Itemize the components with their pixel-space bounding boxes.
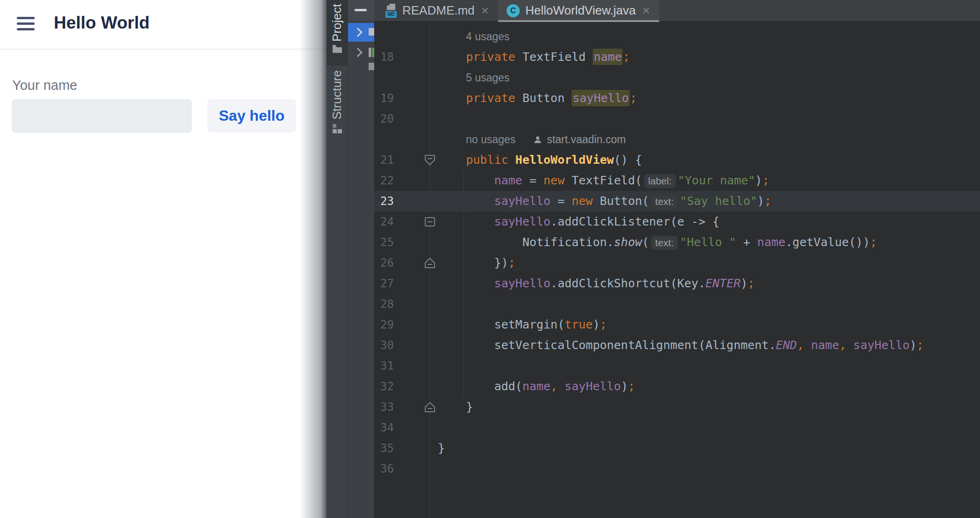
structure-tool-label: Structure — [330, 70, 344, 120]
code-line-32[interactable]: 32 add(name, sayHello); — [374, 376, 980, 397]
app-header: Hello World — [0, 0, 327, 50]
code-line-24[interactable]: 24 sayHello.addClickListener(e -> { — [374, 212, 980, 232]
line-number: 24 — [374, 212, 394, 232]
close-tab-icon[interactable]: × — [641, 4, 651, 17]
code-text: } — [438, 438, 445, 459]
code-line-36[interactable]: 36 — [374, 459, 980, 479]
code-line-34[interactable]: 34 — [374, 417, 980, 438]
project-tool-button[interactable]: Project — [327, 0, 348, 66]
folder-icon — [332, 44, 342, 53]
java-class-icon: C — [507, 4, 520, 17]
project-tree-panel — [348, 0, 374, 518]
code-line-29[interactable]: 29 setMargin(true); — [374, 314, 980, 335]
code-line-20[interactable]: 20 — [374, 109, 980, 129]
code-text: sayHello.addClickListener(e -> { — [438, 212, 719, 232]
code-line-25[interactable]: 25 Notification.show(text:"Hello " + nam… — [374, 232, 980, 253]
hamburger-bar — [17, 28, 35, 30]
fold-marker-icon[interactable] — [423, 154, 437, 166]
code-line-19[interactable]: 19 private Button sayHello; — [374, 88, 980, 109]
code-line-18[interactable]: 18 private TextField name; — [374, 47, 980, 67]
tab-readme[interactable]: MD README.md × — [377, 0, 498, 21]
line-number: 18 — [374, 47, 394, 67]
line-number: 30 — [374, 335, 394, 356]
hamburger-bar — [17, 22, 35, 25]
fold-marker-icon[interactable] — [423, 401, 437, 413]
line-number: 32 — [374, 376, 394, 397]
inlay-parameter-hint: text: — [651, 195, 678, 209]
code-text: private TextField name; — [438, 47, 630, 67]
line-number: 22 — [374, 170, 394, 191]
line-number: 19 — [374, 88, 394, 109]
code-text: name = new TextField(label:"Your name"); — [438, 170, 769, 191]
hamburger-menu-button[interactable] — [17, 17, 35, 32]
code-line-28[interactable]: 28 — [374, 294, 980, 314]
fold-marker-icon[interactable] — [423, 216, 437, 228]
code-editor[interactable]: 4 usages18 private TextField name;5 usag… — [374, 22, 980, 518]
fold-marker-icon[interactable] — [423, 257, 437, 269]
browser-app: Hello World Your name Say hello — [0, 0, 327, 518]
line-number: 26 — [374, 253, 394, 273]
line-number: 21 — [374, 150, 394, 170]
close-tab-icon[interactable]: × — [480, 4, 490, 17]
usages-inlay-hint[interactable]: 4 usages — [466, 26, 509, 47]
code-line-22[interactable]: 22 name = new TextField(label:"Your name… — [374, 170, 980, 191]
tool-window-strip: Project Structure — [327, 0, 348, 518]
code-line-33[interactable]: 33 } — [374, 397, 980, 417]
line-number: 27 — [374, 273, 394, 294]
line-number: 25 — [374, 232, 394, 253]
line-number: 35 — [374, 438, 394, 459]
tree-item-selected[interactable] — [348, 23, 374, 42]
code-text: } — [438, 397, 473, 417]
code-text: Notification.show(text:"Hello " + name.g… — [438, 232, 877, 253]
line-number: 34 — [374, 417, 394, 438]
panel-hide-button[interactable] — [348, 0, 374, 21]
folder-icon — [369, 28, 374, 36]
code-text: add(name, sayHello); — [438, 376, 635, 397]
usages-inlay-hint[interactable]: 5 usages — [466, 67, 509, 88]
code-line-21[interactable]: 21 public HelloWorldView() { — [374, 150, 980, 170]
line-number: 33 — [374, 397, 394, 417]
file-icon — [369, 63, 374, 70]
inlay-parameter-hint: label: — [644, 174, 676, 188]
tab-readme-label: README.md — [402, 3, 475, 18]
inlay-hint-line[interactable]: no usagesstart.vaadin.com — [374, 129, 980, 150]
ide-window: Project Structure — [327, 0, 980, 518]
project-tool-label: Project — [330, 4, 344, 42]
tab-helloworldview-label: HelloWorldView.java — [525, 3, 636, 18]
editor-pane: MD README.md × C HelloWorldView.java × 4… — [374, 0, 980, 518]
line-number: 20 — [374, 109, 394, 129]
code-line-27[interactable]: 27 sayHello.addClickShortcut(Key.ENTER); — [374, 273, 980, 294]
code-text: private Button sayHello; — [438, 88, 637, 109]
name-field-label: Your name — [12, 78, 77, 93]
inlay-hint-line[interactable]: 5 usages — [374, 67, 980, 88]
window-edge-shadow — [299, 0, 327, 518]
screen: Hello World Your name Say hello Project … — [0, 0, 980, 518]
code-author-label[interactable]: start.vaadin.com — [547, 129, 626, 150]
hamburger-bar — [17, 17, 35, 19]
line-number: 29 — [374, 314, 394, 335]
say-hello-button[interactable]: Say hello — [207, 99, 296, 132]
author-icon — [533, 135, 542, 144]
line-number: 31 — [374, 356, 394, 376]
code-line-35[interactable]: 35} — [374, 438, 980, 459]
code-text: setMargin(true); — [438, 314, 607, 335]
chevron-right-icon — [353, 28, 363, 37]
line-number: 23 — [374, 191, 394, 212]
code-line-31[interactable]: 31 — [374, 356, 980, 376]
code-line-26[interactable]: 26 }); — [374, 253, 980, 273]
code-line-30[interactable]: 30 setVerticalComponentAlignment(Alignme… — [374, 335, 980, 356]
name-input[interactable] — [12, 99, 192, 133]
code-text: sayHello.addClickShortcut(Key.ENTER); — [438, 273, 755, 294]
tree-item[interactable] — [348, 43, 374, 62]
inlay-hint-line[interactable]: 4 usages — [374, 26, 980, 47]
code-line-23[interactable]: 23 sayHello = new Button(text:"Say hello… — [374, 191, 980, 212]
tree-item[interactable] — [348, 62, 374, 74]
code-text: setVerticalComponentAlignment(Alignment.… — [438, 335, 924, 356]
code-text: sayHello = new Button(text:"Say hello"); — [438, 191, 771, 212]
structure-tool-button[interactable]: Structure — [327, 70, 348, 140]
author-icon — [533, 135, 542, 144]
usages-inlay-hint[interactable]: no usagesstart.vaadin.com — [466, 129, 626, 150]
page-title: Hello World — [54, 13, 150, 33]
tab-helloworldview[interactable]: C HelloWorldView.java × — [498, 0, 659, 21]
line-number: 36 — [374, 459, 394, 479]
